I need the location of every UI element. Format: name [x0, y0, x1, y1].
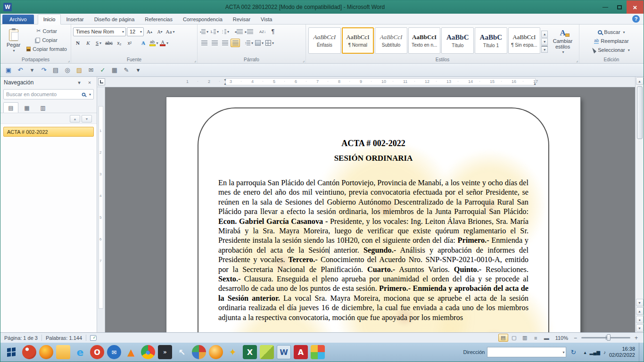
minimize-button[interactable]: —: [598, 0, 612, 14]
clipboard-dialog-launcher[interactable]: ⌟: [68, 58, 70, 63]
tab-stop-selector[interactable]: [98, 78, 105, 85]
cut-button[interactable]: ✂ Cortar: [25, 27, 69, 35]
align-center-button[interactable]: [210, 39, 219, 47]
tab-diseno-de-pagina[interactable]: Diseño de página: [89, 15, 140, 24]
browse-next-button[interactable]: ▼: [636, 324, 644, 332]
word-icon[interactable]: [277, 345, 291, 359]
email-icon[interactable]: ✉: [86, 65, 96, 75]
fullscreen-reading-view-button[interactable]: ▢: [509, 334, 519, 342]
decrease-indent-button[interactable]: ◂: [234, 27, 243, 36]
document-canvas[interactable]: 1234567 ACTA # 002-2022 SESIÓN ORDINARIA…: [97, 87, 635, 332]
align-right-button[interactable]: [220, 39, 230, 47]
scroll-down-button[interactable]: ▼: [636, 299, 644, 306]
increase-indent-button[interactable]: ▸: [244, 27, 254, 36]
styles-gallery-up-button[interactable]: ▲: [541, 31, 548, 38]
navigation-pane-menu-icon[interactable]: ▾: [75, 80, 83, 86]
document-page[interactable]: ACTA # 002-2022 SESIÓN ORDINARIA En la p…: [166, 97, 580, 332]
vlc-icon[interactable]: ▲: [124, 345, 138, 359]
print-preview-icon[interactable]: ◎: [62, 65, 73, 75]
photo-app-icon[interactable]: ✦: [226, 345, 240, 359]
zoom-in-button[interactable]: +: [633, 335, 640, 341]
hidden-icons-chevron[interactable]: ▴: [584, 350, 586, 355]
change-case-button[interactable]: Aa▾: [165, 27, 175, 36]
close-button[interactable]: ×: [627, 0, 644, 14]
document-subtitle[interactable]: SESIÓN ORDINARIA: [166, 154, 580, 163]
volume-icon[interactable]: ♪: [603, 350, 606, 355]
paste-button[interactable]: Pegar ▾: [2, 26, 25, 56]
tab-correspondencia[interactable]: Correspondencia: [178, 15, 228, 24]
word-count-status[interactable]: Palabras: 1.144: [46, 335, 82, 341]
opera-icon[interactable]: O: [90, 345, 104, 359]
palemoon-icon[interactable]: [209, 345, 223, 359]
style-sin-espaciado[interactable]: AaBbCcI ¶ Sin espa...: [508, 27, 541, 54]
hanging-indent-marker[interactable]: ▲: [223, 82, 227, 85]
superscript-button[interactable]: x²: [125, 39, 134, 47]
tab-browse-headings[interactable]: ▤: [3, 102, 18, 113]
draft-view-button[interactable]: ▬: [542, 334, 552, 342]
vertical-scrollbar[interactable]: ▲ ▼ ▲ ● ▼: [635, 77, 644, 332]
zoom-slider-thumb[interactable]: [607, 334, 611, 341]
justify-button[interactable]: [231, 39, 240, 47]
vertical-ruler[interactable]: 1234567: [97, 87, 105, 332]
tab-inicio[interactable]: Inicio: [38, 14, 61, 25]
horizontal-ruler[interactable]: ▼ ▲ ▲ 1·2·3·4·5·6·7·8·9·10·11·12·13·14·1…: [97, 77, 635, 87]
heading-item-acta[interactable]: ACTA # 002-2022: [3, 127, 94, 137]
document-paragraph[interactable]: En la parroquia San Plácido del Cantón P…: [218, 178, 528, 322]
shading-button[interactable]: ▾: [255, 39, 264, 47]
align-left-button[interactable]: [199, 39, 209, 47]
file-explorer-icon[interactable]: [56, 345, 70, 359]
multilevel-list-button[interactable]: ⋮▾: [220, 27, 230, 36]
search-input[interactable]: [6, 91, 79, 97]
paragraph-dialog-launcher[interactable]: ⌟: [303, 58, 305, 63]
italic-button[interactable]: K: [83, 39, 93, 47]
help-icon[interactable]: ?: [632, 15, 640, 23]
save-icon[interactable]: ▣: [3, 65, 14, 75]
address-go-icon[interactable]: ↻: [569, 347, 578, 357]
font-dialog-launcher[interactable]: ⌟: [194, 58, 196, 63]
highlight-color-button[interactable]: ab▾: [149, 39, 158, 47]
first-line-indent-marker[interactable]: ▼: [223, 78, 227, 82]
console-icon[interactable]: »: [158, 345, 172, 359]
avira-icon[interactable]: A: [294, 345, 308, 359]
address-input[interactable]: ▾: [487, 347, 566, 357]
tab-browse-pages[interactable]: ▦: [19, 102, 34, 113]
tab-referencias[interactable]: Referencias: [140, 15, 178, 24]
format-painter-button[interactable]: Copiar formato: [25, 45, 69, 53]
strikethrough-button[interactable]: abc: [104, 39, 114, 47]
show-marks-button[interactable]: ¶: [268, 27, 278, 36]
font-color-button[interactable]: A▾: [159, 39, 169, 47]
scrollbar-track[interactable]: [636, 85, 644, 298]
media-app-icon[interactable]: [22, 345, 36, 359]
browse-previous-button[interactable]: ▲: [636, 307, 644, 315]
replace-button[interactable]: ab Reemplazar: [581, 37, 642, 46]
underline-button[interactable]: S▾: [94, 39, 103, 47]
photos-icon[interactable]: [311, 345, 325, 359]
scroll-up-button[interactable]: ▲: [636, 77, 644, 85]
zoom-out-button[interactable]: −: [572, 335, 579, 341]
bullets-button[interactable]: •▾: [199, 27, 209, 36]
internet-explorer-icon[interactable]: e: [73, 345, 87, 359]
print-layout-view-button[interactable]: ▤: [498, 334, 508, 342]
line-spacing-button[interactable]: ↕▾: [244, 39, 254, 47]
qat-more-icon[interactable]: ▾: [133, 65, 143, 75]
open-icon[interactable]: ▨: [74, 65, 84, 75]
notes-app-icon[interactable]: [260, 345, 274, 359]
thunderbird-icon[interactable]: ✉: [107, 345, 121, 359]
find-button[interactable]: Buscar ▾: [581, 28, 642, 37]
table-icon[interactable]: ▦: [109, 65, 120, 75]
maximize-button[interactable]: [612, 0, 627, 14]
zoom-level[interactable]: 110%: [555, 335, 568, 341]
pointer-app-icon[interactable]: ↖: [175, 345, 189, 359]
change-styles-button[interactable]: A Cambiar estilos ▾: [548, 26, 577, 56]
tab-insertar[interactable]: Insertar: [61, 15, 89, 24]
copy-button[interactable]: Copiar: [25, 36, 69, 44]
subscript-button[interactable]: x₂: [115, 39, 124, 47]
font-family-combo[interactable]: Times New Rom ▾: [73, 27, 126, 36]
excel-icon[interactable]: X: [243, 345, 257, 359]
scrollbar-thumb[interactable]: [637, 86, 643, 139]
paint-app-icon[interactable]: [192, 345, 206, 359]
styles-gallery-more-button[interactable]: ▼: [541, 46, 548, 53]
style-subtitulo[interactable]: AaBbCcI Subtítulo: [375, 27, 407, 54]
style-titulo[interactable]: AaBbC Título: [441, 27, 474, 54]
bold-button[interactable]: N: [73, 39, 83, 47]
